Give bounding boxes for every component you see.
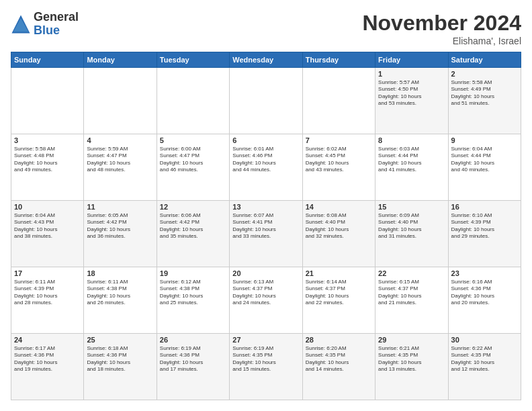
day-number: 19 [160,269,226,277]
calendar-cell: 11Sunrise: 6:05 AM Sunset: 4:42 PM Dayli… [84,201,157,267]
cell-info: Sunrise: 6:09 AM Sunset: 4:40 PM Dayligh… [378,212,445,240]
day-number: 6 [232,136,299,144]
day-number: 17 [14,269,81,277]
day-number: 15 [378,203,445,211]
cell-info: Sunrise: 6:20 AM Sunset: 4:35 PM Dayligh… [306,345,372,373]
cell-info: Sunrise: 6:00 AM Sunset: 4:47 PM Dayligh… [160,146,226,174]
day-number: 9 [451,136,518,144]
weekday-header-row: SundayMondayTuesdayWednesdayThursdayFrid… [11,52,521,68]
day-number: 13 [232,203,299,211]
day-number: 10 [14,203,81,211]
cell-info: Sunrise: 6:19 AM Sunset: 4:35 PM Dayligh… [232,345,299,373]
cell-info: Sunrise: 5:59 AM Sunset: 4:47 PM Dayligh… [87,146,153,174]
calendar-cell: 18Sunrise: 6:11 AM Sunset: 4:38 PM Dayli… [84,267,157,334]
weekday-header-thursday: Thursday [302,52,375,68]
cell-info: Sunrise: 6:12 AM Sunset: 4:38 PM Dayligh… [160,279,226,307]
cell-info: Sunrise: 6:03 AM Sunset: 4:44 PM Dayligh… [378,146,445,174]
day-number: 14 [306,203,372,211]
day-number: 8 [378,136,445,144]
calendar-cell: 13Sunrise: 6:07 AM Sunset: 4:41 PM Dayli… [230,201,302,267]
day-number: 5 [160,136,226,144]
cell-info: Sunrise: 5:58 AM Sunset: 4:49 PM Dayligh… [451,79,518,107]
calendar-table: SundayMondayTuesdayWednesdayThursdayFrid… [11,52,521,400]
cell-info: Sunrise: 6:10 AM Sunset: 4:39 PM Dayligh… [451,212,518,240]
calendar-cell: 15Sunrise: 6:09 AM Sunset: 4:40 PM Dayli… [375,201,448,267]
day-number: 28 [306,336,372,344]
week-row-2: 3Sunrise: 5:58 AM Sunset: 4:48 PM Daylig… [11,134,521,201]
calendar-cell: 6Sunrise: 6:01 AM Sunset: 4:46 PM Daylig… [230,134,302,201]
calendar-cell: 2Sunrise: 5:58 AM Sunset: 4:49 PM Daylig… [448,68,521,134]
week-row-1: 1Sunrise: 5:57 AM Sunset: 4:50 PM Daylig… [11,68,521,134]
day-number: 25 [87,336,153,344]
month-title: November 2024 [362,11,521,36]
calendar-cell: 28Sunrise: 6:20 AM Sunset: 4:35 PM Dayli… [302,334,375,400]
location: Elishama', Israel [362,36,521,46]
day-number: 21 [306,269,372,277]
svg-marker-1 [13,18,29,32]
calendar-cell: 30Sunrise: 6:22 AM Sunset: 4:35 PM Dayli… [448,334,521,400]
day-number: 29 [378,336,445,344]
day-number: 7 [306,136,372,144]
logo-text: General Blue [34,11,79,38]
page: General Blue November 2024 Elishama', Is… [0,0,532,411]
calendar-cell: 3Sunrise: 5:58 AM Sunset: 4:48 PM Daylig… [11,134,84,201]
day-number: 27 [232,336,299,344]
cell-info: Sunrise: 6:11 AM Sunset: 4:39 PM Dayligh… [14,279,81,307]
calendar-cell: 16Sunrise: 6:10 AM Sunset: 4:39 PM Dayli… [448,201,521,267]
weekday-header-tuesday: Tuesday [157,52,229,68]
logo-general-label: General [34,11,79,24]
calendar-cell [11,68,84,134]
calendar-cell: 22Sunrise: 6:15 AM Sunset: 4:37 PM Dayli… [375,267,448,334]
calendar-cell: 8Sunrise: 6:03 AM Sunset: 4:44 PM Daylig… [375,134,448,201]
cell-info: Sunrise: 6:21 AM Sunset: 4:35 PM Dayligh… [378,345,445,373]
weekday-header-sunday: Sunday [11,52,84,68]
calendar-cell: 10Sunrise: 6:04 AM Sunset: 4:43 PM Dayli… [11,201,84,267]
cell-info: Sunrise: 6:14 AM Sunset: 4:37 PM Dayligh… [306,279,372,307]
calendar-cell [84,68,157,134]
cell-info: Sunrise: 6:11 AM Sunset: 4:38 PM Dayligh… [87,279,153,307]
day-number: 18 [87,269,153,277]
calendar-cell: 21Sunrise: 6:14 AM Sunset: 4:37 PM Dayli… [302,267,375,334]
cell-info: Sunrise: 6:15 AM Sunset: 4:37 PM Dayligh… [378,279,445,307]
week-row-5: 24Sunrise: 6:17 AM Sunset: 4:36 PM Dayli… [11,334,521,400]
weekday-header-saturday: Saturday [448,52,521,68]
cell-info: Sunrise: 6:08 AM Sunset: 4:40 PM Dayligh… [306,212,372,240]
calendar-cell: 20Sunrise: 6:13 AM Sunset: 4:37 PM Dayli… [230,267,302,334]
day-number: 22 [378,269,445,277]
cell-info: Sunrise: 6:06 AM Sunset: 4:42 PM Dayligh… [160,212,226,240]
calendar-cell: 1Sunrise: 5:57 AM Sunset: 4:50 PM Daylig… [375,68,448,134]
day-number: 20 [232,269,299,277]
cell-info: Sunrise: 6:02 AM Sunset: 4:45 PM Dayligh… [306,146,372,174]
day-number: 12 [160,203,226,211]
cell-info: Sunrise: 6:04 AM Sunset: 4:43 PM Dayligh… [14,212,81,240]
calendar-cell: 23Sunrise: 6:16 AM Sunset: 4:36 PM Dayli… [448,267,521,334]
calendar-cell: 7Sunrise: 6:02 AM Sunset: 4:45 PM Daylig… [302,134,375,201]
weekday-header-friday: Friday [375,52,448,68]
calendar-cell: 14Sunrise: 6:08 AM Sunset: 4:40 PM Dayli… [302,201,375,267]
cell-info: Sunrise: 6:13 AM Sunset: 4:37 PM Dayligh… [232,279,299,307]
week-row-4: 17Sunrise: 6:11 AM Sunset: 4:39 PM Dayli… [11,267,521,334]
cell-info: Sunrise: 6:16 AM Sunset: 4:36 PM Dayligh… [451,279,518,307]
calendar-cell: 4Sunrise: 5:59 AM Sunset: 4:47 PM Daylig… [84,134,157,201]
calendar-cell: 5Sunrise: 6:00 AM Sunset: 4:47 PM Daylig… [157,134,229,201]
logo-icon [11,14,31,34]
calendar-cell: 17Sunrise: 6:11 AM Sunset: 4:39 PM Dayli… [11,267,84,334]
calendar-cell: 9Sunrise: 6:04 AM Sunset: 4:44 PM Daylig… [448,134,521,201]
day-number: 2 [451,70,518,78]
weekday-header-wednesday: Wednesday [230,52,302,68]
calendar-cell: 24Sunrise: 6:17 AM Sunset: 4:36 PM Dayli… [11,334,84,400]
calendar-cell [230,68,302,134]
cell-info: Sunrise: 5:58 AM Sunset: 4:48 PM Dayligh… [14,146,81,174]
cell-info: Sunrise: 6:05 AM Sunset: 4:42 PM Dayligh… [87,212,153,240]
day-number: 4 [87,136,153,144]
calendar-cell: 12Sunrise: 6:06 AM Sunset: 4:42 PM Dayli… [157,201,229,267]
day-number: 23 [451,269,518,277]
logo-blue-label: Blue [34,24,79,38]
calendar-cell: 19Sunrise: 6:12 AM Sunset: 4:38 PM Dayli… [157,267,229,334]
title-block: November 2024 Elishama', Israel [362,11,521,46]
cell-info: Sunrise: 6:19 AM Sunset: 4:36 PM Dayligh… [160,345,226,373]
day-number: 11 [87,203,153,211]
calendar-cell: 27Sunrise: 6:19 AM Sunset: 4:35 PM Dayli… [230,334,302,400]
cell-info: Sunrise: 6:07 AM Sunset: 4:41 PM Dayligh… [232,212,299,240]
logo: General Blue [11,11,79,38]
